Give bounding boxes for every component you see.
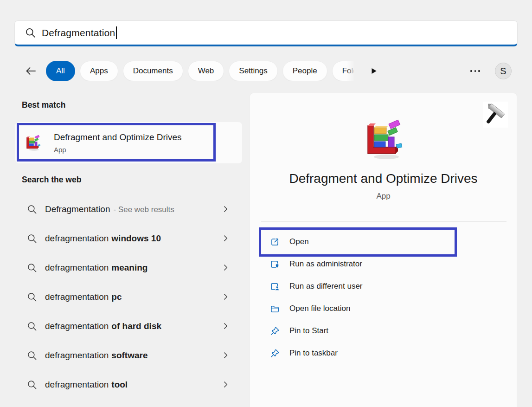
- search-input[interactable]: Defragmentation: [14, 20, 518, 46]
- chevron-right-icon[interactable]: [222, 264, 230, 271]
- preview-title: Defragment and Optimize Drives: [250, 171, 517, 186]
- search-icon: [27, 380, 37, 390]
- best-match-title: Defragment and Optimize Drives: [54, 132, 182, 142]
- avatar[interactable]: S: [495, 63, 512, 79]
- chevron-right-icon[interactable]: [222, 322, 230, 330]
- search-icon: [27, 233, 37, 244]
- tab-documents[interactable]: Documents: [123, 61, 183, 81]
- tab-folders[interactable]: Folders: [332, 61, 354, 81]
- action-open-file-location[interactable]: Open file location: [250, 297, 517, 320]
- web-suggestion-row[interactable]: Defragmentation- See web results: [22, 194, 230, 224]
- chevron-right-icon[interactable]: [222, 293, 230, 301]
- action-run-as-administrator[interactable]: Run as administrator: [250, 253, 517, 275]
- action-label: Run as administrator: [289, 259, 362, 269]
- scroll-tabs-right-icon[interactable]: [370, 67, 378, 75]
- search-icon: [27, 204, 37, 214]
- web-suggestion-row[interactable]: defragmentationpc: [22, 282, 230, 311]
- suggestion-text: defragmentationtool: [45, 380, 128, 390]
- action-label: Open: [289, 237, 309, 246]
- search-icon: [25, 27, 36, 38]
- action-label: Run as different user: [289, 282, 363, 291]
- best-match-header: Best match: [22, 100, 65, 110]
- suggestion-text: defragmentationmeaning: [45, 263, 147, 273]
- tab-people[interactable]: People: [282, 61, 327, 81]
- search-web-header: Search the web: [22, 175, 81, 185]
- web-suggestion-row[interactable]: defragmentationtool: [22, 370, 230, 399]
- open-external-icon: [270, 237, 280, 247]
- run-as-admin-icon: [270, 259, 280, 269]
- action-open[interactable]: Open: [250, 231, 517, 253]
- result-preview-panel: Defragment and Optimize Drives App Open …: [250, 93, 517, 407]
- run-as-user-icon: [270, 282, 280, 291]
- web-suggestion-row[interactable]: defragmentationwindows 10: [22, 224, 230, 253]
- web-suggestion-row[interactable]: defragmentationsoftware: [22, 341, 230, 370]
- action-pin-to-taskbar[interactable]: Pin to taskbar: [250, 342, 517, 364]
- search-query-text: Defragmentation: [42, 27, 115, 39]
- tab-settings[interactable]: Settings: [229, 61, 277, 81]
- action-pin-to-start[interactable]: Pin to Start: [250, 320, 517, 342]
- action-run-as-different-user[interactable]: Run as different user: [250, 275, 517, 297]
- suggestion-text: defragmentationpc: [45, 292, 122, 302]
- search-icon: [27, 263, 37, 273]
- search-icon: [27, 350, 37, 361]
- web-suggestion-row[interactable]: defragmentationmeaning: [22, 253, 230, 282]
- search-icon: [27, 321, 37, 331]
- preview-type: App: [250, 192, 517, 201]
- action-label: Pin to Start: [289, 326, 328, 336]
- action-label: Pin to taskbar: [289, 349, 338, 358]
- defrag-app-icon: [361, 117, 406, 162]
- suggestion-text: defragmentationsoftware: [45, 350, 147, 361]
- best-match-result[interactable]: Defragment and Optimize Drives App: [15, 122, 242, 163]
- folder-icon: [270, 304, 280, 314]
- defrag-app-icon: [24, 134, 42, 152]
- suggestion-text: defragmentationof hard disk: [45, 321, 161, 331]
- chevron-right-icon[interactable]: [222, 205, 230, 213]
- web-suggestion-row[interactable]: defragmentationof hard disk: [22, 311, 230, 341]
- search-icon: [27, 292, 37, 302]
- chevron-right-icon[interactable]: [222, 351, 230, 359]
- pin-icon: [270, 349, 280, 358]
- best-match-type: App: [54, 146, 182, 154]
- action-list: Open Run as administrator Run as differe…: [250, 231, 517, 364]
- suggestion-text: Defragmentation- See web results: [45, 204, 174, 214]
- action-label: Open file location: [289, 304, 350, 313]
- back-arrow-icon[interactable]: [24, 65, 37, 78]
- tab-all[interactable]: All: [46, 61, 75, 81]
- text-cursor: [116, 26, 117, 39]
- hammer-cursor-image: [483, 102, 508, 128]
- suggestion-text: defragmentationwindows 10: [45, 233, 161, 244]
- filter-tabs: All Apps Documents Web Settings People F…: [46, 61, 354, 81]
- more-options-icon[interactable]: [470, 69, 485, 73]
- chevron-right-icon[interactable]: [222, 381, 230, 388]
- pin-icon: [270, 326, 280, 336]
- tab-web[interactable]: Web: [188, 61, 224, 81]
- web-suggestions-list: Defragmentation- See web results defragm…: [22, 194, 230, 399]
- chevron-right-icon[interactable]: [222, 234, 230, 242]
- windows-search-flyout: Defragmentation All Apps Documents Web S…: [0, 0, 532, 407]
- tab-apps[interactable]: Apps: [80, 61, 118, 81]
- divider: [261, 221, 506, 222]
